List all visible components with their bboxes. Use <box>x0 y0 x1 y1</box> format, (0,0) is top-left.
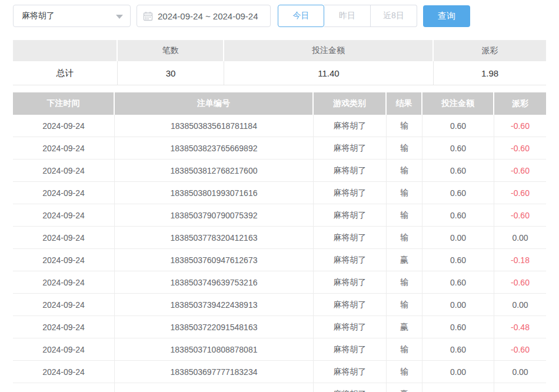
cell-payout: 0.00 <box>494 227 546 249</box>
cell-bet-amount: 0.60 <box>422 316 494 338</box>
cell-result: 赢 <box>387 383 422 392</box>
cell-payout: -0.18 <box>494 249 546 271</box>
cell-bet-time: 2024-09-24 <box>13 227 115 249</box>
cell-result: 输 <box>387 271 422 294</box>
cell-bet-time: 2024-09-24 <box>13 160 115 182</box>
cell-result: 输 <box>387 160 422 182</box>
cell-order-no: 1838503801993071616 <box>115 182 314 204</box>
cell-order-no: 1838503760947612673 <box>115 249 314 271</box>
cell-payout: 0.00 <box>494 294 546 316</box>
cell-payout: -0.60 <box>494 182 546 204</box>
cell-bet-time: 2024-09-24 <box>13 249 115 271</box>
cell-payout: -0.60 <box>494 137 546 160</box>
cell-result: 输 <box>387 361 422 383</box>
cell-order-no: 1838503749639753216 <box>115 271 314 294</box>
cell-game-category: 麻将胡了 <box>314 227 387 249</box>
summary-total-bet-amount: 11.40 <box>224 61 434 85</box>
col-header-bet-amount: 投注金额 <box>422 92 494 115</box>
bet-table-header-row: 下注时间 注单编号 游戏类别 结果 投注金额 派彩 <box>13 92 546 115</box>
cell-game-category: 麻将胡了 <box>314 316 387 338</box>
cell-bet-amount: 0.00 <box>422 294 494 316</box>
cell-bet-time: 2024-09-24 <box>13 294 115 316</box>
table-row: 2024-09-24 1838503722091548163 麻将胡了 赢 0.… <box>13 316 546 338</box>
quick-range-group: 今日 昨日 近8日 <box>278 5 417 27</box>
cell-game-category: 麻将胡了 <box>314 271 387 294</box>
table-row: 2024-09-24 1838503710808878081 麻将胡了 输 0.… <box>13 338 546 361</box>
cell-result: 输 <box>387 182 422 204</box>
cell-bet-amount: 0.60 <box>422 338 494 361</box>
quick-range-last8days[interactable]: 近8日 <box>371 5 417 27</box>
quick-range-yesterday[interactable]: 昨日 <box>324 5 371 27</box>
table-row: 2024-09-24 1838503697777183234 麻将胡了 输 0.… <box>13 361 546 383</box>
date-range-picker[interactable]: 2024-09-24 ~ 2024-09-24 <box>137 5 271 27</box>
cell-bet-amount: 0.60 <box>422 137 494 160</box>
cell-order-no: 1838503710808878081 <box>115 338 314 361</box>
cell-result: 输 <box>387 115 422 137</box>
cell-bet-time: 2024-09-24 <box>13 338 115 361</box>
cell-result: 赢 <box>387 249 422 271</box>
table-row: 2024-09-24 1838503823765669892 麻将胡了 输 0.… <box>13 137 546 160</box>
cell-order-no: 1838503790790075392 <box>115 204 314 227</box>
quick-range-today[interactable]: 今日 <box>278 5 324 27</box>
cell-payout: -0.60 <box>494 115 546 137</box>
cell-payout: -0.60 <box>494 271 546 294</box>
col-header-bet-time: 下注时间 <box>13 92 115 115</box>
cell-bet-amount <box>422 383 494 392</box>
table-row: 2024-09-24 1838503739422438913 麻将胡了 输 0.… <box>13 294 546 316</box>
summary-total-payout: 1.98 <box>434 61 546 85</box>
date-range-value: 2024-09-24 ~ 2024-09-24 <box>158 11 258 21</box>
cell-payout: -0.60 <box>494 204 546 227</box>
calendar-icon <box>143 11 153 21</box>
cell-result: 输 <box>387 338 422 361</box>
cell-game-category: 麻将胡了 <box>314 338 387 361</box>
cell-bet-time: 2024-09-24 <box>13 316 115 338</box>
cell-bet-time: 2024-09-24 <box>13 182 115 204</box>
cell-payout: -0.60 <box>494 338 546 361</box>
table-row: 2024-09-24 1838503778320412163 麻将胡了 输 0.… <box>13 227 546 249</box>
summary-header-count: 笔数 <box>118 40 224 61</box>
cell-payout: -0.48 <box>494 316 546 338</box>
chevron-down-icon <box>116 15 123 19</box>
cell-game-category: 麻将胡了 <box>314 160 387 182</box>
bet-table: 下注时间 注单编号 游戏类别 结果 投注金额 派彩 2024-09-24 183… <box>13 92 546 392</box>
cell-result: 赢 <box>387 316 422 338</box>
cell-bet-amount: 0.60 <box>422 115 494 137</box>
cell-bet-amount: 0.60 <box>422 160 494 182</box>
cell-bet-amount: 0.60 <box>422 204 494 227</box>
summary-header-row: 笔数 投注金额 派彩 <box>13 40 546 61</box>
table-row: 2024-09-24 1838503749639753216 麻将胡了 输 0.… <box>13 271 546 294</box>
game-select-value: 麻将胡了 <box>22 11 55 21</box>
cell-payout: -0.60 <box>494 160 546 182</box>
cell-game-category: 麻将胡了 <box>314 294 387 316</box>
cell-order-no <box>115 383 314 392</box>
cell-order-no: 1838503722091548163 <box>115 316 314 338</box>
cell-order-no: 1838503739422438913 <box>115 294 314 316</box>
cell-bet-amount: 0.00 <box>422 227 494 249</box>
summary-header-empty <box>13 40 118 61</box>
table-row: 2024-09-24 1838503760947612673 麻将胡了 赢 0.… <box>13 249 546 271</box>
cell-game-category: 麻将胡了 <box>314 204 387 227</box>
cell-bet-time: 2024-09-24 <box>13 137 115 160</box>
cell-payout: 0.00 <box>494 361 546 383</box>
table-row: 2024-09-24 1838503812768217600 麻将胡了 输 0.… <box>13 160 546 182</box>
col-header-game-category: 游戏类别 <box>314 92 387 115</box>
cell-order-no: 1838503778320412163 <box>115 227 314 249</box>
game-select[interactable]: 麻将胡了 <box>13 5 131 27</box>
col-header-payout: 派彩 <box>494 92 546 115</box>
cell-result: 输 <box>387 227 422 249</box>
cell-game-category: 麻将胡了 <box>314 182 387 204</box>
summary-header-payout: 派彩 <box>434 40 546 61</box>
cell-game-category: 麻将胡了 <box>314 361 387 383</box>
cell-order-no: 1838503835618781184 <box>115 115 314 137</box>
cell-bet-time: 2024-09-24 <box>13 115 115 137</box>
cell-bet-amount: 0.60 <box>422 249 494 271</box>
col-header-order-no: 注单编号 <box>115 92 314 115</box>
summary-table: 笔数 投注金额 派彩 总计 30 11.40 1.98 <box>13 40 546 85</box>
summary-header-bet-amount: 投注金额 <box>224 40 434 61</box>
table-row: 麻将胡了 赢 <box>13 383 546 392</box>
query-button[interactable]: 查询 <box>423 5 470 27</box>
cell-bet-amount: 0.60 <box>422 182 494 204</box>
bet-table-body: 2024-09-24 1838503835618781184 麻将胡了 输 0.… <box>13 115 546 392</box>
cell-bet-amount: 0.60 <box>422 271 494 294</box>
summary-total-row: 总计 30 11.40 1.98 <box>13 61 546 85</box>
